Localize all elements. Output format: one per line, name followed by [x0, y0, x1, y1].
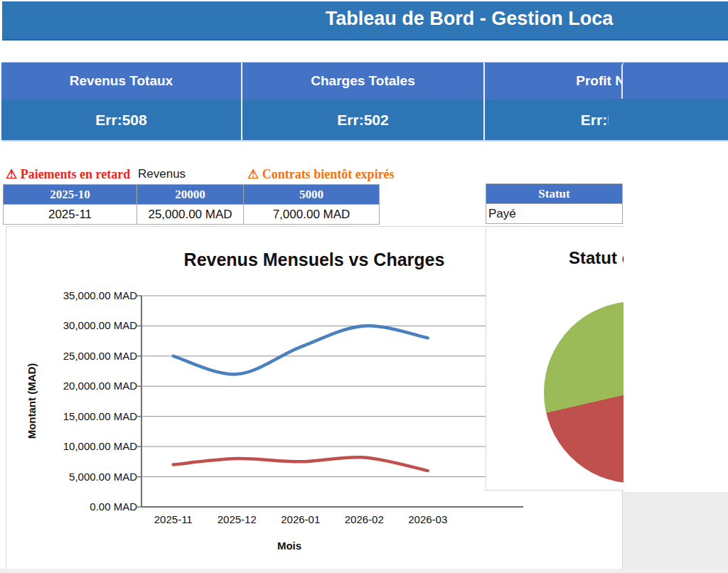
- series-line-revenus[interactable]: [173, 326, 428, 374]
- sheet-background-bottom: [0, 569, 728, 573]
- kpi-header-row: Revenus Totaux Charges Totales Profit Ne…: [1, 62, 728, 100]
- payments-mini-table: 2025-10 20000 5000 2025-11 25,000.00 MAD…: [3, 184, 380, 225]
- kpi-overlay-card-bottom: [609, 99, 728, 140]
- y-tick-label: 25,000.00 MAD: [6, 350, 137, 363]
- statut-header-cell[interactable]: Statut: [486, 184, 623, 204]
- statut-header-row: Statut: [486, 184, 623, 204]
- y-tick-label: 0.00 MAD: [6, 500, 137, 513]
- revenus-column-label: Revenus: [138, 166, 186, 183]
- y-tick-label: 35,000.00 MAD: [6, 289, 137, 302]
- sheet-background-right: [623, 491, 728, 573]
- pie-right-clip-cover: [623, 226, 728, 492]
- title-banner: Tableau de Bord - Gestion Loca: [2, 1, 728, 41]
- y-tick-label: 10,000.00 MAD: [6, 440, 137, 453]
- y-tick-label: 30,000.00 MAD: [6, 319, 137, 332]
- kpi-value-revenus-totaux[interactable]: Err:508: [1, 100, 242, 140]
- mini-table-data-row: 2025-11 25,000.00 MAD 7,000.00 MAD: [4, 205, 380, 225]
- statut-table: Statut Payé: [486, 183, 623, 224]
- x-tick-label: 2026-01: [269, 513, 333, 525]
- series-line-charges[interactable]: [173, 457, 428, 471]
- x-tick-label: 2026-03: [396, 513, 460, 525]
- kpi-value-charges-totales[interactable]: Err:502: [242, 100, 485, 140]
- x-axis-title: Mois: [6, 540, 572, 552]
- x-tick-label: 2025-12: [205, 513, 269, 525]
- pie-chart-panel[interactable]: Statut des Paiements: [486, 226, 728, 491]
- mini-header-revenus[interactable]: 20000: [137, 185, 244, 205]
- expiring-contracts-alert: ⚠ Contrats bientôt expirés: [247, 166, 461, 183]
- late-payments-alert: ⚠ Paiements en retard: [6, 166, 137, 183]
- mini-header-charges[interactable]: 5000: [244, 185, 380, 205]
- y-tick-label: 5,000.00 MAD: [6, 471, 137, 483]
- y-tick-label: 15,000.00 MAD: [6, 410, 137, 423]
- mini-cell-charges[interactable]: 7,000.00 MAD: [244, 205, 380, 225]
- x-tick-label: 2026-02: [332, 513, 396, 525]
- statut-data-row: Payé: [486, 204, 623, 224]
- x-tick-label: 2025-11: [141, 513, 205, 525]
- y-tick-label: 20,000.00 MAD: [6, 380, 137, 392]
- kpi-label-revenus-totaux[interactable]: Revenus Totaux: [1, 63, 242, 100]
- mini-header-month[interactable]: 2025-10: [4, 185, 137, 205]
- kpi-overlay-card-top: [621, 63, 728, 99]
- kpi-label-charges-totales[interactable]: Charges Totales: [242, 63, 485, 100]
- line-plot-area[interactable]: [141, 296, 523, 507]
- mini-cell-revenus[interactable]: 25,000.00 MAD: [137, 205, 244, 225]
- statut-paye-cell[interactable]: Payé: [486, 204, 623, 224]
- mini-cell-month[interactable]: 2025-11: [4, 205, 137, 225]
- page-title: Tableau de Bord - Gestion Loca: [173, 8, 728, 30]
- mini-table-header-row: 2025-10 20000 5000: [4, 185, 380, 205]
